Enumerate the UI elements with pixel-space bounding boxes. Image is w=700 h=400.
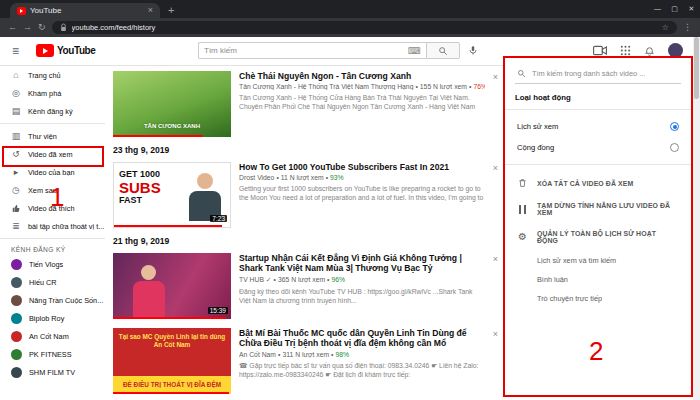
- video-row[interactable]: 15:39 Startup Nhận Cái Kết Đắng Vì Định …: [105, 248, 503, 323]
- remove-from-history-icon[interactable]: ×: [493, 254, 498, 264]
- channel-name[interactable]: TV HUB: [239, 276, 264, 283]
- page-scrollbar[interactable]: [693, 37, 700, 400]
- playlist-icon: ≣: [11, 221, 21, 231]
- remove-from-history-icon[interactable]: ×: [493, 329, 498, 339]
- voice-search-button[interactable]: [468, 45, 478, 56]
- scrollbar-thumb[interactable]: [694, 37, 699, 99]
- video-row[interactable]: TÂN CƯƠNG XANH Chè Thái Nguyên Ngon - Tâ…: [105, 66, 503, 141]
- search-input[interactable]: [204, 46, 408, 55]
- radio-unselected-icon[interactable]: [670, 143, 679, 152]
- pause-icon: [517, 205, 528, 214]
- channel-name: Biplob Roy: [29, 314, 64, 323]
- url-text: youtube.com/feed/history: [72, 23, 657, 32]
- channel-name[interactable]: An Cốt Nam: [239, 351, 276, 358]
- channel-avatar: [11, 277, 22, 288]
- bookmark-star-icon[interactable]: ☆: [662, 23, 669, 32]
- video-thumbnail[interactable]: GET 1000SUBSFAST 7:23: [113, 162, 231, 228]
- sidebar-item-home[interactable]: ⌂Trang chủ: [0, 66, 105, 84]
- reload-icon[interactable]: ↻: [38, 18, 46, 37]
- watch-progress-bar: [114, 225, 222, 228]
- option-community[interactable]: Cộng đồng: [515, 137, 681, 158]
- video-description: Getting your first 1000 subscribers on Y…: [239, 184, 485, 203]
- history-search-input[interactable]: [532, 69, 679, 78]
- sub-item-search-history[interactable]: Lịch sử xem và tìm kiếm: [515, 251, 681, 270]
- watch-progress-bar: [113, 317, 226, 320]
- video-title[interactable]: Bật Mí Bài Thuốc MC quốc dân Quyền Linh …: [239, 328, 485, 349]
- url-field[interactable]: youtube.com/feed/history ☆: [52, 21, 677, 34]
- like-percent: 96%: [331, 276, 345, 283]
- sidebar-item-library[interactable]: ▥Thư viện: [0, 127, 105, 145]
- apps-grid-icon[interactable]: [620, 45, 631, 56]
- remove-from-history-icon[interactable]: ×: [493, 163, 498, 173]
- pause-history-button[interactable]: TẠM DỪNG TÍNH NĂNG LƯU VIDEO ĐÃ XEM: [515, 195, 681, 223]
- video-title[interactable]: How To Get 1000 YouTube Subscribers Fast…: [239, 162, 485, 172]
- watch-progress-bar: [113, 392, 229, 395]
- option-label: Cộng đồng: [517, 143, 554, 152]
- subscriptions-header: KÊNH ĐĂNG KÝ: [0, 242, 105, 255]
- video-title[interactable]: Chè Thái Nguyên Ngon - Tân Cương Xanh: [239, 71, 485, 81]
- sidebar-label: Thư viện: [28, 132, 57, 141]
- hamburger-menu-icon[interactable]: ≡: [12, 44, 19, 58]
- divider: [505, 164, 691, 165]
- subscription-channel[interactable]: Hiếu CR: [0, 273, 105, 291]
- sidebar-item-playlist[interactable]: ≣bài tập chữa thoát vị t...: [0, 217, 105, 235]
- video-thumbnail[interactable]: 15:39: [113, 253, 231, 319]
- forward-icon[interactable]: →: [23, 18, 32, 37]
- subscription-channel[interactable]: PK FITNESS: [0, 345, 105, 363]
- sidebar-item-subscriptions[interactable]: ▤Kênh đăng ký: [0, 102, 105, 120]
- channel-name[interactable]: Tân Cương Xanh - Hệ Thống Trà Việt Nam T…: [239, 83, 413, 90]
- option-label: Lịch sử xem: [517, 122, 558, 131]
- sub-item-live-chat[interactable]: Trò chuyện trực tiếp: [515, 289, 681, 308]
- video-thumbnail[interactable]: Tại sao MC Quyền Linh lại tin dùng An Cố…: [113, 328, 231, 394]
- gear-icon: ⚙: [517, 232, 528, 242]
- channel-avatar: [11, 331, 22, 342]
- panel-search-box[interactable]: [515, 66, 681, 84]
- sidebar-item-explore[interactable]: ◎Khám phá: [0, 84, 105, 102]
- browser-menu-icon[interactable]: ⋮: [683, 18, 692, 37]
- remove-from-history-icon[interactable]: ×: [493, 72, 498, 82]
- subscription-channel[interactable]: An Cốt Nam: [0, 327, 105, 345]
- window-close-icon[interactable]: ✕: [683, 0, 700, 17]
- option-watch-history[interactable]: Lịch sử xem: [515, 116, 681, 137]
- youtube-logo[interactable]: YouTube: [36, 44, 96, 57]
- channel-avatar: [11, 349, 22, 360]
- keyboard-icon[interactable]: ⌨: [408, 46, 421, 56]
- sub-item-comments[interactable]: Bình luận: [515, 270, 681, 289]
- video-row[interactable]: Tại sao MC Quyền Linh lại tin dùng An Cố…: [105, 323, 503, 398]
- manage-activity-button[interactable]: ⚙ QUẢN LÝ TOÀN BỘ LỊCH SỬ HOẠT ĐỘNG: [515, 223, 681, 251]
- sidebar: ⌂Trang chủ ◎Khám phá ▤Kênh đăng ký ▥Thư …: [0, 66, 105, 400]
- video-meta: Drost Video•11 N lượt xem•93%: [239, 174, 485, 181]
- browser-tab[interactable]: YouTube ×: [10, 3, 160, 18]
- notifications-bell-icon[interactable]: [644, 45, 655, 57]
- subscription-channel[interactable]: Biplob Roy: [0, 309, 105, 327]
- back-icon[interactable]: ←: [8, 18, 17, 37]
- subscription-channel[interactable]: Tiến Vlogs: [0, 255, 105, 273]
- video-thumbnail[interactable]: TÂN CƯƠNG XANH: [113, 71, 231, 137]
- search-box[interactable]: ⌨: [198, 42, 426, 59]
- channel-avatar: [11, 313, 22, 324]
- sidebar-item-your-videos[interactable]: ▸Video của bạn: [0, 163, 105, 181]
- sidebar-item-history[interactable]: ↺Video đã xem: [0, 145, 105, 163]
- divider: [0, 238, 105, 239]
- channel-name[interactable]: Drost Video: [239, 174, 274, 181]
- thumbnail-text: TÂN CƯƠNG XANH: [113, 123, 231, 129]
- new-tab-button[interactable]: +: [168, 2, 174, 18]
- clear-history-button[interactable]: XÓA TẤT CẢ VIDEO ĐÃ XEM: [515, 171, 681, 195]
- window-minimize-icon[interactable]: —: [649, 0, 666, 17]
- video-title[interactable]: Startup Nhận Cái Kết Đắng Vì Định Giá Kh…: [239, 253, 485, 274]
- like-percent: 93%: [330, 174, 344, 181]
- youtube-favicon-icon: [17, 7, 26, 15]
- youtube-play-icon: [36, 44, 54, 57]
- window-maximize-icon[interactable]: ▢: [666, 0, 683, 17]
- subscription-channel[interactable]: SHM FILM TV: [0, 363, 105, 381]
- trash-icon: [517, 178, 528, 188]
- sidebar-label: Trang chủ: [28, 71, 61, 80]
- video-row[interactable]: GET 1000SUBSFAST 7:23 How To Get 1000 Yo…: [105, 157, 503, 232]
- thumb-up-icon: [11, 204, 21, 213]
- create-video-icon[interactable]: [593, 45, 607, 56]
- subscription-channel[interactable]: Năng Trần Cuộc Sốn...: [0, 291, 105, 309]
- search-button[interactable]: [426, 42, 460, 59]
- browser-window: YouTube × + — ▢ ✕ ← → ↻ youtube.com/feed…: [0, 0, 700, 400]
- radio-selected-icon[interactable]: [670, 122, 679, 131]
- tab-close-icon[interactable]: ×: [148, 3, 153, 18]
